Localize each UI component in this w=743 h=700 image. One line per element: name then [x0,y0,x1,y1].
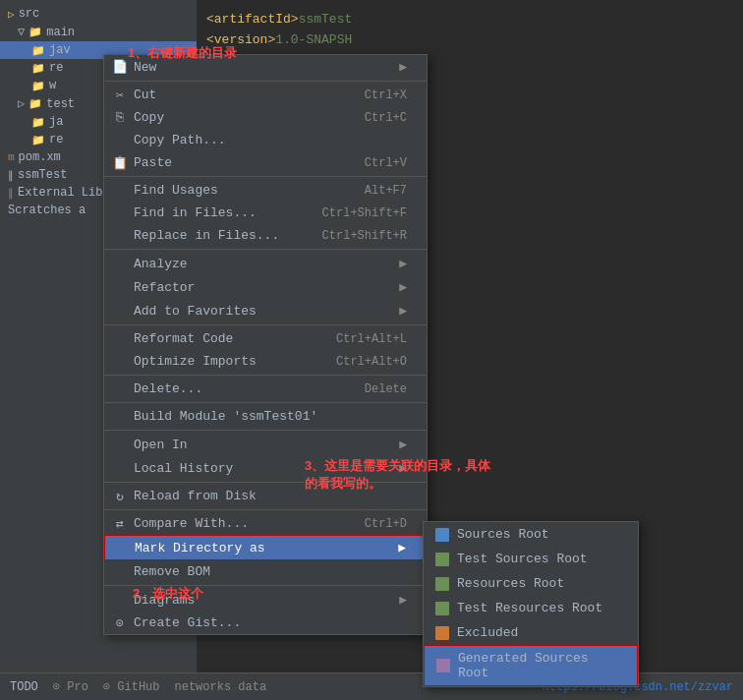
todo-label: TODO [10,680,38,694]
menu-label: Optimize Imports [134,354,257,369]
menu-item-build[interactable]: Build Module 'ssmTest01' [104,405,427,428]
pro-label: ⊙ Pro [53,679,88,694]
menu-item-find-files[interactable]: Find in Files... Ctrl+Shift+F [104,202,427,224]
arrow-icon: ▶ [399,256,407,271]
submenu-generated-sources[interactable]: Generated Sources Root [424,645,638,686]
submenu-resources[interactable]: Resources Root [424,571,638,596]
arrow-icon: ▶ [399,592,407,608]
shortcut-label: Ctrl+Shift+F [322,206,407,220]
menu-item-analyze[interactable]: Analyze ▶ [104,252,427,275]
lib-icon: ∥ [8,187,14,200]
tree-label: External Lib [18,186,102,200]
menu-item-open-in[interactable]: Open In ▶ [104,433,427,456]
menu-item-reload[interactable]: ↻ Reload from Disk [104,485,427,507]
menu-item-delete[interactable]: Delete... Delete [104,378,427,400]
menu-item-new[interactable]: 📄 New ▶ [104,55,427,79]
menu-label: New [134,60,156,75]
shortcut-label: Ctrl+Alt+L [336,332,407,346]
submenu-test-sources[interactable]: Test Sources Root [424,547,638,571]
menu-item-compare[interactable]: ⇄ Compare With... Ctrl+D [104,512,427,535]
submenu-excluded[interactable]: Excluded [424,620,638,645]
editor-line: <version>1.0-SNAPSH [206,30,733,51]
menu-label: Create Gist... [134,615,241,630]
mark-directory-submenu[interactable]: Sources Root Test Sources Root Resources… [423,521,639,687]
submenu-sources-root[interactable]: Sources Root [424,522,638,547]
menu-item-optimize[interactable]: Optimize Imports Ctrl+Alt+O [104,350,427,373]
separator [104,375,427,376]
submenu-label: Excluded [457,625,518,640]
separator [104,482,427,483]
tree-label: jav [49,43,71,57]
menu-label: Add to Favorites [134,304,257,319]
stats-icon: ∥ [8,169,14,182]
menu-label: Open In [134,438,188,452]
menu-item-diagrams[interactable]: Diagrams ▶ [104,588,427,612]
menu-label: Compare With... [134,516,249,531]
menu-label: Build Module 'ssmTest01' [134,409,317,424]
menu-item-copy[interactable]: ⎘ Copy Ctrl+C [104,106,427,129]
github-label: ⊙ GitHub [103,679,160,694]
networks-label: networks data [175,680,267,694]
compare-icon: ⇄ [112,516,128,532]
test-sources-icon [435,553,449,566]
tree-label: main [46,26,75,39]
menu-label: Copy [134,110,164,125]
separator [104,176,427,177]
tree-label: ja [49,115,63,129]
menu-label: Cut [134,88,156,102]
tree-main[interactable]: ▽ 📁 main [0,23,197,41]
tree-label: src [19,7,40,21]
new-icon: 📄 [112,59,128,75]
menu-item-mark-directory[interactable]: Mark Directory as ▶ [104,535,427,560]
menu-item-refactor[interactable]: Refactor ▶ [104,275,427,299]
arrow-icon: ▶ [399,303,407,319]
folder-icon: 📁 [31,116,45,129]
menu-label: Paste [134,155,172,170]
shortcut-label: Ctrl+Alt+O [336,355,407,369]
menu-item-remove-bom[interactable]: Remove BOM [104,560,427,583]
folder-icon: 📁 [31,44,45,57]
xml-icon: m [8,151,15,163]
separator [104,249,427,250]
folder-icon: 📁 [31,80,45,92]
menu-label: Diagrams [134,593,195,608]
menu-label: Find in Files... [134,205,257,220]
folder-icon: 📁 [29,26,42,38]
menu-item-copy-path[interactable]: Copy Path... [104,129,427,151]
menu-item-reformat[interactable]: Reformat Code Ctrl+Alt+L [104,327,427,350]
menu-item-local-history[interactable]: Local History ▶ [104,456,427,480]
submenu-test-resources[interactable]: Test Resources Root [424,596,638,620]
separator [104,81,427,82]
arrow-icon: ▶ [399,437,407,452]
menu-item-favorites[interactable]: Add to Favorites ▶ [104,299,427,322]
shortcut-label: Ctrl+X [365,88,407,102]
tree-src[interactable]: ▷ src [0,5,197,23]
folder-icon: 📁 [29,97,42,110]
arrow-icon: ▶ [399,279,407,295]
menu-label: Remove BOM [134,564,210,579]
arrow-icon: ▶ [398,540,406,555]
github-icon: ⊙ [112,615,128,631]
menu-item-paste[interactable]: 📋 Paste Ctrl+V [104,151,427,174]
separator [104,585,427,586]
submenu-label: Generated Sources Root [458,651,625,680]
folder-icon: 📁 [31,62,45,75]
context-menu[interactable]: 📄 New ▶ ✂ Cut Ctrl+X ⎘ Copy Ctrl+C Copy … [103,54,428,635]
submenu-label: Test Resources Root [457,601,602,615]
test-resources-icon [435,602,449,615]
submenu-label: Resources Root [457,576,564,591]
menu-item-replace-files[interactable]: Replace in Files... Ctrl+Shift+R [104,224,427,247]
tree-label: w [49,79,56,92]
menu-label: Refactor [134,280,195,295]
menu-item-cut[interactable]: ✂ Cut Ctrl+X [104,84,427,106]
copy-icon: ⎘ [112,110,128,125]
menu-item-find-usages[interactable]: Find Usages Alt+F7 [104,179,427,202]
paste-icon: 📋 [112,155,128,171]
separator [104,430,427,431]
folder-icon: 📁 [31,134,45,146]
arrow-icon: ▶ [399,460,407,476]
tree-label: Scratches a [8,204,86,217]
menu-label: Copy Path... [134,133,226,147]
resources-icon [435,577,449,591]
menu-item-create-gist[interactable]: ⊙ Create Gist... [104,612,427,634]
